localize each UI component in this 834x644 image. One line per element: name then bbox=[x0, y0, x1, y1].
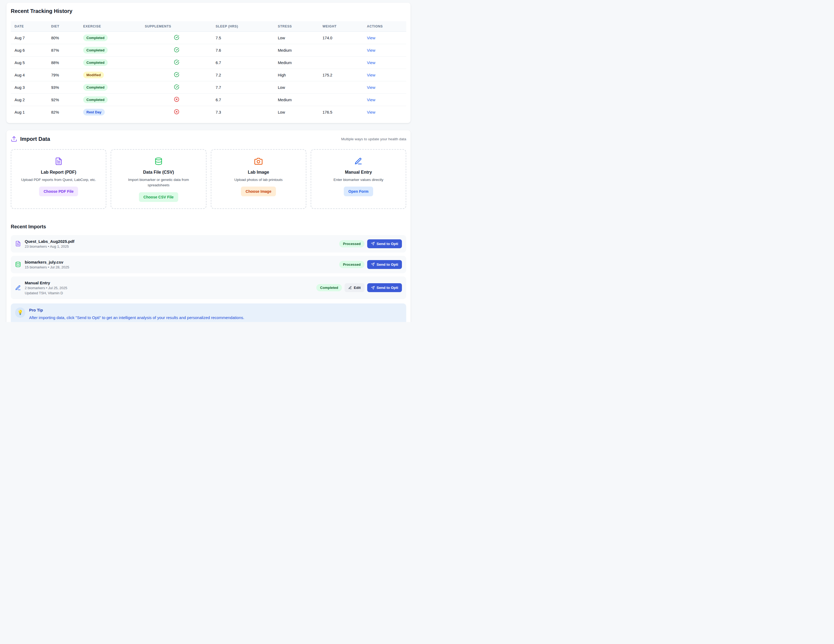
cell-weight: 176.5 bbox=[319, 106, 363, 118]
send-to-opti-button[interactable]: Send to Opti bbox=[367, 260, 402, 269]
x-circle-icon bbox=[174, 109, 179, 115]
import-data-card: Import Data Multiple ways to update your… bbox=[6, 130, 411, 322]
cell-sleep: 7.3 bbox=[212, 106, 274, 118]
import-item-name: Quest_Labs_Aug2025.pdf bbox=[25, 239, 74, 244]
x-circle-icon bbox=[174, 97, 179, 102]
view-link[interactable]: View bbox=[367, 61, 375, 65]
cell-diet: 88% bbox=[47, 57, 79, 69]
cell-weight bbox=[319, 57, 363, 69]
tracking-table-header-row: DATEDIETEXERCISESUPPLEMENTSSLEEP (HRS)ST… bbox=[11, 21, 406, 32]
cell-date: Aug 1 bbox=[11, 106, 47, 118]
file-text-icon bbox=[15, 241, 21, 247]
exercise-status-badge: Completed bbox=[83, 96, 108, 103]
cell-diet: 80% bbox=[47, 32, 79, 44]
import-data-title: Import Data bbox=[20, 136, 50, 142]
cell-weight: 175.2 bbox=[319, 69, 363, 81]
exercise-status-badge: Completed bbox=[83, 47, 108, 53]
cell-actions: View bbox=[363, 57, 406, 69]
import-option-lab-image[interactable]: Lab ImageUpload photos of lab printoutsC… bbox=[211, 149, 306, 209]
cell-supplements bbox=[141, 32, 212, 44]
file-text-icon bbox=[55, 157, 63, 165]
cell-supplements bbox=[141, 106, 212, 118]
exercise-status-badge: Completed bbox=[83, 34, 108, 41]
tracking-table: DATEDIETEXERCISESUPPLEMENTSSLEEP (HRS)ST… bbox=[11, 21, 406, 118]
view-link[interactable]: View bbox=[367, 36, 375, 40]
send-to-opti-button[interactable]: Send to Opti bbox=[367, 283, 402, 292]
cell-sleep: 7.2 bbox=[212, 69, 274, 81]
column-header-stress: STRESS bbox=[274, 21, 319, 32]
pro-tip-text: After importing data, click "Send to Opt… bbox=[29, 315, 244, 320]
exercise-status-badge: Modified bbox=[83, 71, 104, 78]
import-item-detail: Updated TSH, Vitamin D bbox=[25, 291, 67, 295]
pro-tip-banner: 💡 Pro Tip After importing data, click "S… bbox=[11, 303, 406, 322]
import-option-data-file-csv[interactable]: Data File (CSV)Import biomarker or genet… bbox=[111, 149, 206, 209]
cell-exercise: Completed bbox=[79, 44, 141, 57]
column-header-actions: ACTIONS bbox=[363, 21, 406, 32]
cell-diet: 92% bbox=[47, 94, 79, 106]
cell-diet: 79% bbox=[47, 69, 79, 81]
cell-diet: 82% bbox=[47, 106, 79, 118]
cell-exercise: Completed bbox=[79, 57, 141, 69]
check-circle-icon bbox=[174, 60, 179, 65]
import-options-grid: Lab Report (PDF)Upload PDF reports from … bbox=[11, 149, 406, 209]
cell-stress: Medium bbox=[274, 57, 319, 69]
view-link[interactable]: View bbox=[367, 110, 375, 115]
cell-date: Aug 4 bbox=[11, 69, 47, 81]
view-link[interactable]: View bbox=[367, 85, 375, 90]
cell-date: Aug 7 bbox=[11, 32, 47, 44]
recent-imports-list: Quest_Labs_Aug2025.pdf23 biomarkers • Au… bbox=[11, 235, 406, 299]
cell-sleep: 7.6 bbox=[212, 44, 274, 57]
choose-csv-filebutton[interactable]: Choose CSV File bbox=[139, 192, 178, 202]
import-option-manual-entry[interactable]: Manual EntryEnter biomarker values direc… bbox=[311, 149, 406, 209]
cell-actions: View bbox=[363, 94, 406, 106]
import-status-badge: Processed bbox=[339, 261, 365, 268]
tracking-row: Aug 479%Modified7.2High175.2View bbox=[11, 69, 406, 81]
cell-sleep: 6.7 bbox=[212, 57, 274, 69]
view-link[interactable]: View bbox=[367, 48, 375, 52]
cell-supplements bbox=[141, 81, 212, 94]
choose-imagebutton[interactable]: Choose Image bbox=[241, 186, 276, 196]
import-option-title: Manual Entry bbox=[345, 170, 372, 175]
column-header-supplements: SUPPLEMENTS bbox=[141, 21, 212, 32]
cell-stress: High bbox=[274, 69, 319, 81]
send-icon bbox=[371, 262, 375, 266]
cell-weight bbox=[319, 94, 363, 106]
column-header-diet: DIET bbox=[47, 21, 79, 32]
import-item-name: Manual Entry bbox=[25, 280, 67, 285]
import-option-description: Upload photos of lab printouts bbox=[234, 177, 283, 183]
pen-icon bbox=[15, 285, 21, 291]
import-option-title: Lab Image bbox=[248, 170, 269, 175]
import-item: Manual Entry2 biomarkers • Jul 25, 2025U… bbox=[11, 277, 406, 299]
cell-weight: 174.0 bbox=[319, 32, 363, 44]
choose-pdf-filebutton[interactable]: Choose PDF File bbox=[39, 186, 78, 196]
tracking-row: Aug 780%Completed7.5Low174.0View bbox=[11, 32, 406, 44]
import-data-subtitle: Multiple ways to update your health data bbox=[341, 137, 406, 141]
database-icon bbox=[15, 261, 21, 267]
column-header-date: DATE bbox=[11, 21, 47, 32]
check-circle-icon bbox=[174, 72, 179, 77]
send-to-opti-button[interactable]: Send to Opti bbox=[367, 239, 402, 248]
exercise-status-badge: Completed bbox=[83, 84, 108, 91]
import-option-description: Enter biomarker values directly bbox=[333, 177, 383, 183]
open-formbutton[interactable]: Open Form bbox=[344, 186, 373, 196]
import-option-description: Import biomarker or genetic data from sp… bbox=[118, 177, 199, 188]
cell-date: Aug 2 bbox=[11, 94, 47, 106]
tracking-row: Aug 687%Completed7.6MediumView bbox=[11, 44, 406, 57]
pen-icon bbox=[348, 286, 352, 290]
cell-actions: View bbox=[363, 106, 406, 118]
view-link[interactable]: View bbox=[367, 98, 375, 102]
edit-button[interactable]: Edit bbox=[344, 283, 365, 292]
tracking-history-card: Recent Tracking History DATEDIETEXERCISE… bbox=[6, 3, 411, 123]
import-status-badge: Processed bbox=[339, 240, 365, 248]
cell-weight bbox=[319, 81, 363, 94]
import-item-name: biomarkers_july.csv bbox=[25, 260, 69, 264]
view-link[interactable]: View bbox=[367, 73, 375, 77]
tracking-row: Aug 393%Completed7.7LowView bbox=[11, 81, 406, 94]
database-icon bbox=[155, 157, 163, 165]
cell-diet: 93% bbox=[47, 81, 79, 94]
import-item-meta: 2 biomarkers • Jul 25, 2025 bbox=[25, 286, 67, 290]
import-option-lab-report-pdf[interactable]: Lab Report (PDF)Upload PDF reports from … bbox=[11, 149, 106, 209]
cell-exercise: Completed bbox=[79, 32, 141, 44]
cell-stress: Medium bbox=[274, 44, 319, 57]
cell-exercise: Rest Day bbox=[79, 106, 141, 118]
